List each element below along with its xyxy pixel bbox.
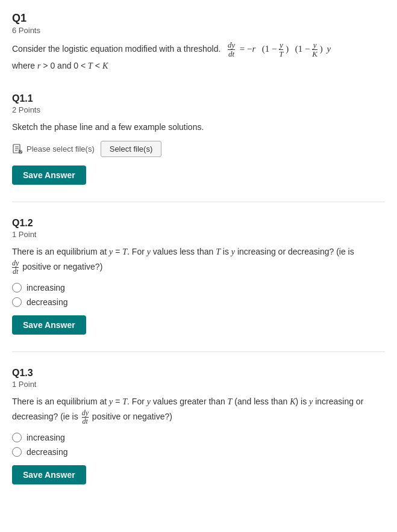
q1-points: 6 Points (12, 26, 385, 35)
q1-2-option-decreasing[interactable]: decreasing (12, 297, 385, 307)
q1-description: Consider the logistic equation modified … (12, 41, 385, 73)
file-select-area: Please select file(s) Select file(s) (12, 141, 385, 157)
q1-1-block: Q1.1 2 Points Sketch the phase line and … (12, 87, 385, 185)
q1-2-radio-group: increasing decreasing (12, 283, 385, 307)
q1-3-text: There is an equilibrium at y = T. For y … (12, 395, 385, 425)
q1-2-save-button[interactable]: Save Answer (12, 315, 86, 335)
q1-3-save-button[interactable]: Save Answer (12, 465, 86, 484)
q1-2-option-increasing[interactable]: increasing (12, 283, 385, 292)
q1-title: Q1 (12, 12, 385, 25)
q1-equation: dy dt = −r (1 − y T ) (1 − y K ) y (228, 44, 331, 54)
q1-2-title: Q1.2 (12, 218, 385, 229)
q1-1-save-button[interactable]: Save Answer (12, 165, 86, 185)
q1-3-option-decreasing[interactable]: decreasing (12, 447, 385, 457)
q1-2-radio-increasing[interactable] (12, 283, 22, 292)
q1-2-block: Q1.2 1 Point There is an equilibrium at … (12, 212, 385, 335)
q1-2-radio-decreasing[interactable] (12, 297, 22, 307)
file-icon (12, 144, 23, 155)
q1-2-label-decreasing: decreasing (27, 297, 68, 307)
q1-1-points: 2 Points (12, 105, 385, 114)
q1-3-block: Q1.3 1 Point There is an equilibrium at … (12, 362, 385, 484)
q1-3-points: 1 Point (12, 380, 385, 389)
q1-2-label-increasing: increasing (27, 283, 65, 292)
file-label-text: Please select file(s) (27, 144, 95, 153)
q1-1-text: Sketch the phase line and a few example … (12, 120, 385, 134)
q1-3-label-increasing: increasing (27, 433, 65, 442)
q1-block: Q1 6 Points Consider the logistic equati… (12, 12, 385, 73)
q1-1-title: Q1.1 (12, 93, 385, 104)
q1-3-radio-decreasing[interactable] (12, 447, 22, 457)
q1-3-title: Q1.3 (12, 368, 385, 379)
q1-2-points: 1 Point (12, 230, 385, 239)
divider-2 (12, 351, 385, 352)
file-label: Please select file(s) (12, 144, 95, 155)
select-files-button[interactable]: Select file(s) (101, 141, 162, 157)
q1-3-radio-group: increasing decreasing (12, 433, 385, 457)
q1-3-radio-increasing[interactable] (12, 433, 22, 442)
divider-1 (12, 202, 385, 202)
q1-3-option-increasing[interactable]: increasing (12, 433, 385, 442)
q1-3-label-decreasing: decreasing (27, 447, 68, 457)
q1-2-text: There is an equilibrium at y = T. For y … (12, 245, 385, 276)
